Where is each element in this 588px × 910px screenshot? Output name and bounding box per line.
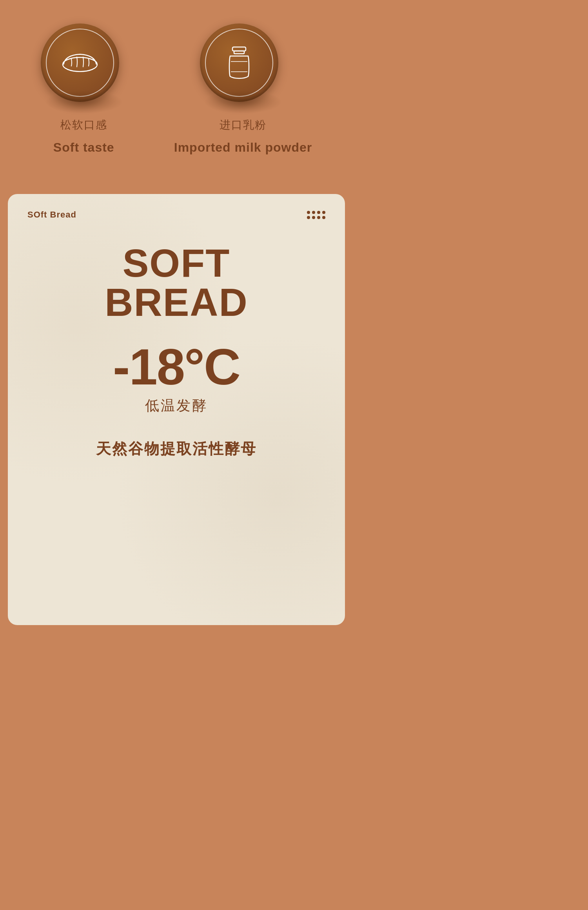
dot-5 [307,216,310,219]
dot-8 [322,216,325,219]
soft-taste-en: Soft taste [53,140,114,155]
jar-icon-wrapper [200,24,286,110]
bread-icon-shadow [45,90,123,114]
card-title-line1: SOFT [27,243,325,283]
dot-6 [312,216,315,219]
page-wrapper: 松软口感 Soft taste [0,0,353,910]
milk-powder-cn: 进口乳粉 [220,118,267,132]
bottom-padding [0,625,353,703]
bread-icon-wrapper [41,24,127,110]
milk-powder-en: Imported milk powder [174,140,312,155]
card-temperature-label: 低温发酵 [27,396,325,415]
dot-4 [322,211,325,214]
dot-1 [307,211,310,214]
card-temperature-value: -18°C [113,338,240,395]
svg-rect-2 [234,51,244,54]
features-section: 松软口感 Soft taste [0,0,353,186]
svg-point-0 [63,58,97,72]
dot-7 [317,216,320,219]
feature-soft-taste: 松软口感 Soft taste [41,24,127,155]
jar-icon-shadow [204,90,282,114]
card-bottom-section: 天然谷物提取活性酵母 [27,439,325,459]
card-temperature-section: -18°C 低温发酵 [27,341,325,415]
svg-rect-1 [232,47,246,51]
card-title-line2: BREAD [27,283,325,322]
bread-icon [60,51,100,74]
jar-icon [225,45,253,80]
card-bottom-label: 天然谷物提取活性酵母 [96,440,257,457]
feature-milk-powder: 进口乳粉 Imported milk powder [174,24,312,155]
card-header: SOft Bread [27,210,325,220]
card-dots-grid [307,211,325,219]
dot-2 [312,211,315,214]
card-title-block: SOFT BREAD [27,243,325,322]
soft-taste-cn: 松软口感 [60,118,107,132]
dot-3 [317,211,320,214]
card-brand-label: SOft Bread [27,210,76,220]
product-card: SOft Bread SOFT BREAD -18°C 低温发酵 天然谷物提取活… [8,194,345,625]
